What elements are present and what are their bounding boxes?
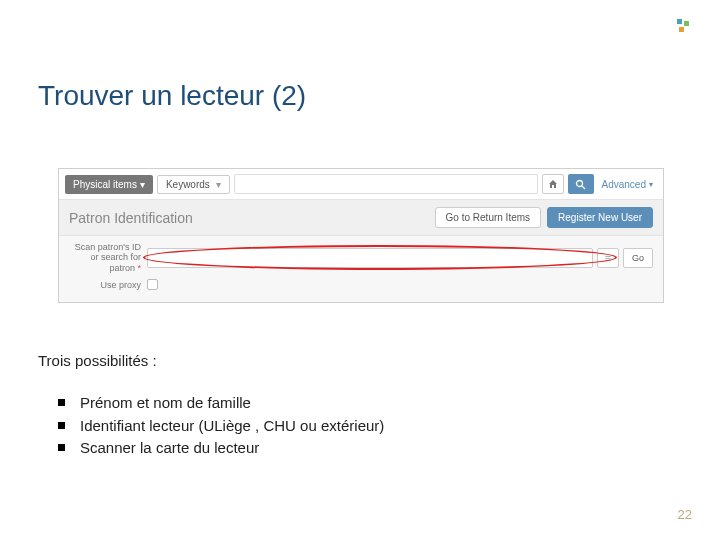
chevron-down-icon: ▾ xyxy=(140,179,145,190)
svg-point-3 xyxy=(577,180,583,186)
logo-icon xyxy=(676,18,692,34)
list-item: Identifiant lecteur (ULiège , CHU ou ext… xyxy=(58,415,384,438)
keywords-label: Keywords xyxy=(166,179,210,190)
svg-line-4 xyxy=(582,186,585,189)
slide-title: Trouver un lecteur (2) xyxy=(38,80,306,112)
list-item: Scanner la carte du lecteur xyxy=(58,437,384,460)
intro-text: Trois possibilités : xyxy=(38,352,157,369)
section-title: Patron Identification xyxy=(69,210,429,226)
scope-dropdown[interactable]: Physical items ▾ xyxy=(65,175,153,194)
chevron-down-icon: ▾ xyxy=(216,179,221,190)
page-number: 22 xyxy=(678,507,692,522)
svg-rect-2 xyxy=(679,27,684,32)
patron-search-input[interactable] xyxy=(147,248,593,268)
list-item: Prénom et nom de famille xyxy=(58,392,384,415)
keywords-dropdown[interactable]: Keywords ▾ xyxy=(157,175,230,194)
search-button[interactable] xyxy=(568,174,594,194)
search-toolbar: Physical items ▾ Keywords ▾ Advanced ▾ xyxy=(59,169,663,200)
home-icon[interactable] xyxy=(542,174,564,194)
proxy-label: Use proxy xyxy=(69,280,147,290)
list-icon[interactable]: ≡ xyxy=(597,248,619,268)
bullet-list: Prénom et nom de famille Identifiant lec… xyxy=(58,392,384,460)
go-button[interactable]: Go xyxy=(623,248,653,268)
scan-label: Scan patron's ID or search for patron * xyxy=(69,242,147,273)
svg-rect-0 xyxy=(677,19,682,24)
svg-rect-1 xyxy=(684,21,689,26)
search-input[interactable] xyxy=(234,174,538,194)
section-header: Patron Identification Go to Return Items… xyxy=(59,200,663,236)
advanced-link[interactable]: Advanced ▾ xyxy=(598,179,657,190)
chevron-down-icon: ▾ xyxy=(649,180,653,189)
proxy-checkbox[interactable] xyxy=(147,279,158,290)
app-screenshot: Physical items ▾ Keywords ▾ Advanced ▾ P… xyxy=(58,168,664,303)
advanced-label: Advanced xyxy=(602,179,646,190)
proxy-row: Use proxy xyxy=(59,279,663,296)
scan-patron-row: Scan patron's ID or search for patron * … xyxy=(59,236,663,279)
register-user-button[interactable]: Register New User xyxy=(547,207,653,228)
return-items-button[interactable]: Go to Return Items xyxy=(435,207,541,228)
scope-label: Physical items xyxy=(73,179,137,190)
